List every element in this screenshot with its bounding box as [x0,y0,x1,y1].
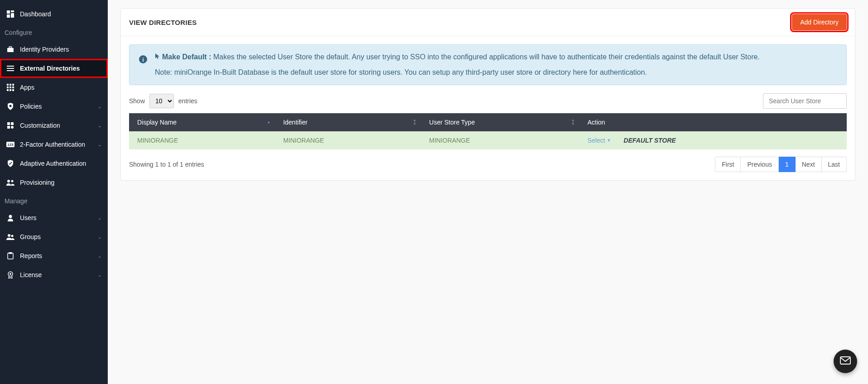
sidebar-item-policies[interactable]: Policies ⌄ [0,97,108,116]
entries-select[interactable]: 10 [149,94,174,108]
svg-point-22 [11,126,14,129]
briefcase-icon [6,45,14,53]
sidebar-item-label: Identity Providers [20,46,101,53]
info-content: Make Default : Makes the selected User S… [155,53,837,77]
svg-point-28 [8,234,10,237]
svg-rect-31 [9,252,12,254]
svg-point-29 [11,235,14,237]
info-title: Make Default : [162,53,211,61]
svg-point-27 [9,215,12,218]
show-label: Show [129,97,145,105]
sidebar-item-label: Dashboard [20,10,101,18]
svg-rect-10 [10,84,11,86]
sidebar-item-label: 2-Factor Authentication [20,141,92,148]
chevron-down-icon: ⌄ [98,235,101,240]
svg-rect-16 [10,89,11,91]
svg-rect-20 [11,122,14,125]
list-icon [6,64,14,72]
entries-label: entries [178,97,197,105]
info-icon: i [139,53,148,77]
sort-asc-icon: ▲ [267,120,270,124]
sidebar-item-label: Groups [20,233,92,240]
sidebar-item-adaptive-auth[interactable]: Adaptive Authentication [0,154,108,173]
sidebar-item-label: Apps [20,84,101,91]
sidebar-item-identity-providers[interactable]: Identity Providers [0,40,108,59]
svg-rect-14 [12,86,14,88]
info-main-text: Make Default : Makes the selected User S… [155,53,837,61]
chevron-down-icon: ⌄ [98,142,101,147]
panel-body: i Make Default : Makes the selected User… [121,36,855,180]
sidebar-item-label: Reports [20,252,92,259]
sort-desc-icon: ▼ [571,122,575,126]
svg-text:123: 123 [7,143,14,147]
sidebar-item-external-directories[interactable]: External Directories [0,59,108,78]
info-text: Makes the selected User Store the defaul… [211,53,759,61]
sidebar-item-users[interactable]: Users ⌄ [0,208,108,227]
sidebar-item-label: License [20,271,92,278]
page-1-button[interactable]: 1 [779,157,796,172]
chat-fab-button[interactable] [834,350,857,373]
sidebar-item-label: Users [20,214,92,221]
svg-rect-9 [7,84,9,86]
svg-point-33 [10,273,11,275]
showing-info: Showing 1 to 1 of 1 entries [129,161,204,168]
sidebar-item-groups[interactable]: Groups ⌄ [0,227,108,246]
sidebar-item-customization[interactable]: Customization ⌄ [0,116,108,135]
sidebar: Dashboard Configure Identity Providers E… [0,0,108,384]
sidebar-section-manage: Manage [0,192,108,208]
info-note: Note: miniOrange In-Built Database is th… [155,68,837,77]
pagination: First Previous 1 Next Last [715,157,847,172]
directories-table: Display Name ▲ Identifier ▲▼ User Store … [129,113,847,149]
add-directory-button[interactable]: Add Directory [792,14,847,30]
select-dropdown[interactable]: Select ▼ [587,137,611,144]
shield-search-icon [6,102,14,110]
svg-rect-36 [840,357,850,364]
col-action: Action [579,113,847,131]
show-entries: Show 10 entries [129,94,197,108]
chevron-down-icon: ⌄ [98,216,101,221]
table-footer: Showing 1 to 1 of 1 entries First Previo… [129,157,847,172]
svg-text:i: i [142,56,144,63]
svg-rect-7 [7,68,14,69]
page-last-button[interactable]: Last [822,157,847,172]
col-display-name[interactable]: Display Name ▲ [129,113,275,131]
sidebar-item-apps[interactable]: Apps [0,78,108,97]
sidebar-item-2fa[interactable]: 123 2-Factor Authentication ⌄ [0,135,108,154]
puzzle-icon [6,121,14,130]
svg-point-25 [7,180,10,182]
chevron-down-icon: ⌄ [98,273,101,278]
search-input[interactable] [763,93,847,109]
caret-down-icon: ▼ [607,138,611,143]
cell-identifier: MINIORANGE [275,131,421,149]
sidebar-item-provisioning[interactable]: Provisioning [0,173,108,192]
default-store-badge: DEFAULT STORE [623,137,676,144]
group-icon [6,233,14,241]
badge-icon [6,271,14,279]
page-next-button[interactable]: Next [796,157,822,172]
svg-rect-3 [7,14,10,18]
sidebar-item-license[interactable]: License ⌄ [0,265,108,284]
sidebar-section-configure: Configure [0,24,108,40]
sidebar-item-label: External Directories [20,65,101,72]
sidebar-item-label: Provisioning [20,179,101,186]
sidebar-item-reports[interactable]: Reports ⌄ [0,246,108,265]
main-content: VIEW DIRECTORIES Add Directory i Make De… [108,0,868,384]
sort-desc-icon: ▼ [413,122,417,126]
cell-user-store-type: MINIORANGE [421,131,580,149]
users-sync-icon [6,178,14,187]
col-user-store-type[interactable]: User Store Type ▲▼ [421,113,580,131]
page-previous-button[interactable]: Previous [741,157,778,172]
chevron-down-icon: ⌄ [98,123,101,128]
svg-rect-11 [12,84,14,86]
panel-title: VIEW DIRECTORIES [129,19,197,26]
svg-rect-8 [7,70,14,71]
col-identifier[interactable]: Identifier ▲▼ [275,113,421,131]
page-first-button[interactable]: First [715,157,741,172]
table-row: MINIORANGE MINIORANGE MINIORANGE Select … [129,131,847,149]
sidebar-item-dashboard[interactable]: Dashboard [0,5,108,24]
grid-icon [6,83,14,91]
sidebar-item-label: Customization [20,122,92,129]
sidebar-item-label: Policies [20,103,92,110]
shield-check-icon [6,159,14,168]
info-box: i Make Default : Makes the selected User… [129,44,847,85]
